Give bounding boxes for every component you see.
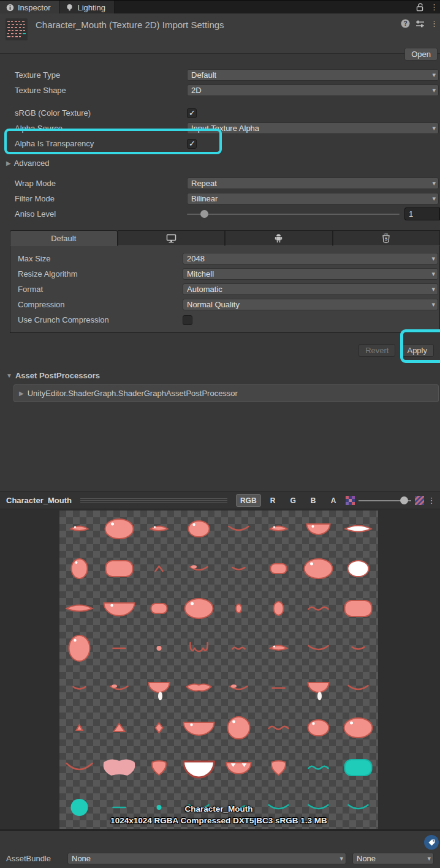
max-size-value: 2048 bbox=[187, 254, 205, 263]
apply-button[interactable]: Apply bbox=[400, 344, 434, 357]
wrap-mode-value: Repeat bbox=[191, 179, 217, 188]
foldout-expanded-icon: ▼ bbox=[6, 372, 12, 379]
mouth-sprite-grid bbox=[59, 511, 378, 829]
row-texture-type: Texture Type Default ▾ bbox=[0, 67, 440, 83]
assetbundle-variant-value: None bbox=[357, 854, 376, 863]
footer: AssetBundle None ▾ None ▾ bbox=[0, 829, 440, 868]
preview-title: Character_Mouth bbox=[6, 496, 72, 505]
alpha-is-transparency-checkbox[interactable]: ✓ bbox=[187, 139, 197, 149]
asset-postprocessors-foldout[interactable]: ▼ Asset PostProcessors bbox=[0, 369, 440, 382]
tag-icon bbox=[428, 839, 436, 847]
platform-tab-standalone[interactable] bbox=[118, 230, 226, 246]
row-alpha-is-transparency: Alpha Is Transparency ✓ bbox=[0, 136, 440, 151]
row-alpha-source: Alpha Source Input Texture Alpha ▾ bbox=[0, 121, 440, 136]
compression-dropdown[interactable]: Normal Quality ▾ bbox=[183, 299, 438, 310]
max-size-label: Max Size bbox=[18, 254, 183, 263]
channel-rgb-button[interactable]: RGB bbox=[236, 494, 261, 507]
page-title: Character_Mouth (Texture 2D) Import Sett… bbox=[36, 20, 224, 30]
resize-algorithm-dropdown[interactable]: Mitchell ▾ bbox=[183, 268, 438, 280]
preview-info-stats: 1024x1024 RGBA Compressed DXT5|BC3 sRGB … bbox=[59, 815, 378, 826]
presets-icon[interactable] bbox=[415, 20, 425, 28]
row-srgb: sRGB (Color Texture) ✓ bbox=[0, 105, 440, 121]
format-label: Format bbox=[18, 285, 183, 294]
chevron-down-icon: ▾ bbox=[432, 179, 436, 187]
max-size-dropdown[interactable]: 2048 ▾ bbox=[183, 253, 438, 264]
mip-high-icon bbox=[415, 496, 424, 505]
header-menu-icon[interactable]: ⋮ bbox=[430, 20, 435, 28]
apply-revert-row: Revert Apply bbox=[0, 343, 440, 357]
window-tab-strip: Inspector Lighting ⋮ bbox=[0, 0, 440, 13]
alpha-source-value: Input Texture Alpha bbox=[191, 124, 259, 133]
row-format: Format Automatic ▾ bbox=[10, 282, 439, 297]
mip-low-icon bbox=[346, 496, 355, 505]
texture-type-value: Default bbox=[191, 70, 216, 80]
resize-algorithm-label: Resize Algorithm bbox=[18, 269, 183, 279]
channel-g-button[interactable]: G bbox=[285, 494, 302, 507]
aniso-level-slider[interactable] bbox=[187, 208, 400, 220]
channel-r-button[interactable]: R bbox=[265, 494, 281, 507]
lightbulb-icon bbox=[66, 4, 74, 12]
row-max-size: Max Size 2048 ▾ bbox=[10, 251, 439, 266]
postprocessor-item[interactable]: ▶ UnityEditor.ShaderGraph.ShaderGraphAss… bbox=[13, 384, 439, 402]
chevron-down-icon: ▾ bbox=[431, 270, 435, 278]
resize-algorithm-value: Mitchell bbox=[187, 269, 214, 279]
row-texture-shape: Texture Shape 2D ▾ bbox=[0, 83, 440, 98]
row-compression: Compression Normal Quality ▾ bbox=[10, 297, 439, 312]
compression-label: Compression bbox=[18, 300, 183, 309]
unlock-icon[interactable] bbox=[416, 3, 424, 12]
alpha-source-dropdown[interactable]: Input Texture Alpha ▾ bbox=[187, 122, 439, 134]
preview-info: Character_Mouth 1024x1024 RGBA Compresse… bbox=[59, 803, 378, 826]
slider-handle[interactable] bbox=[400, 496, 408, 504]
format-dropdown[interactable]: Automatic ▾ bbox=[183, 283, 438, 295]
platform-tab-android[interactable] bbox=[225, 230, 333, 246]
platform-tab-webgl[interactable]: HTML5 bbox=[333, 230, 440, 246]
foldout-collapsed-icon: ▶ bbox=[19, 390, 24, 397]
preview-menu-icon[interactable]: ⋮ bbox=[428, 496, 433, 504]
row-aniso-level: Aniso Level 1 bbox=[0, 206, 440, 222]
tab-menu-icon[interactable]: ⋮ bbox=[430, 3, 435, 11]
tab-inspector[interactable]: Inspector bbox=[0, 1, 59, 14]
texture-type-dropdown[interactable]: Default ▾ bbox=[187, 69, 439, 81]
aniso-level-field[interactable]: 1 bbox=[404, 208, 440, 220]
advanced-foldout[interactable]: ▶ Advanced bbox=[0, 156, 440, 170]
preview-area: Character_Mouth 1024x1024 RGBA Compresse… bbox=[0, 509, 440, 829]
format-value: Automatic bbox=[187, 285, 222, 294]
mip-level-slider[interactable] bbox=[358, 495, 411, 506]
assetbundle-value: None bbox=[72, 854, 91, 863]
revert-button[interactable]: Revert bbox=[358, 344, 395, 357]
chevron-down-icon: ▾ bbox=[432, 86, 436, 94]
chevron-down-icon: ▾ bbox=[431, 255, 435, 263]
assetbundle-variant-dropdown[interactable]: None ▾ bbox=[352, 853, 434, 864]
row-resize-algorithm: Resize Algorithm Mitchell ▾ bbox=[10, 266, 439, 282]
chevron-down-icon: ▾ bbox=[431, 285, 435, 293]
asset-postprocessors-label: Asset PostProcessors bbox=[15, 371, 100, 380]
channel-a-button[interactable]: A bbox=[325, 494, 342, 507]
assetbundle-dropdown[interactable]: None ▾ bbox=[67, 853, 346, 864]
svg-text:?: ? bbox=[403, 20, 407, 27]
preview-info-name: Character_Mouth bbox=[59, 803, 378, 815]
chevron-down-icon: ▾ bbox=[431, 301, 435, 309]
wrap-mode-dropdown[interactable]: Repeat ▾ bbox=[187, 178, 439, 189]
preview-drag-handle[interactable] bbox=[80, 498, 227, 503]
srgb-checkbox[interactable]: ✓ bbox=[187, 108, 197, 118]
tab-lighting[interactable]: Lighting bbox=[59, 1, 115, 14]
alpha-source-label: Alpha Source bbox=[15, 124, 187, 133]
platform-tab-default[interactable]: Default bbox=[10, 230, 118, 246]
foldout-collapsed-icon: ▶ bbox=[6, 160, 11, 166]
texture-shape-dropdown[interactable]: 2D ▾ bbox=[187, 84, 439, 96]
chevron-down-icon: ▾ bbox=[432, 195, 436, 203]
asset-labels-button[interactable] bbox=[424, 835, 439, 850]
filter-mode-dropdown[interactable]: Bilinear ▾ bbox=[187, 193, 439, 204]
chevron-down-icon: ▾ bbox=[339, 855, 343, 862]
assetbundle-label: AssetBundle bbox=[0, 854, 67, 863]
crunch-compression-checkbox[interactable]: ✓ bbox=[183, 315, 192, 325]
texture-preview[interactable]: Character_Mouth 1024x1024 RGBA Compresse… bbox=[59, 511, 378, 829]
channel-b-button[interactable]: B bbox=[305, 494, 322, 507]
platform-tabs: Default HTML5 bbox=[10, 230, 440, 246]
help-icon[interactable]: ? bbox=[401, 19, 410, 28]
android-icon bbox=[274, 233, 283, 243]
tab-strip-controls: ⋮ bbox=[416, 1, 440, 13]
alpha-is-transparency-label: Alpha Is Transparency bbox=[15, 139, 187, 148]
unity-inspector-window: Inspector Lighting ⋮ Character_Mouth (Te… bbox=[0, 0, 440, 868]
slider-handle[interactable] bbox=[200, 210, 208, 218]
